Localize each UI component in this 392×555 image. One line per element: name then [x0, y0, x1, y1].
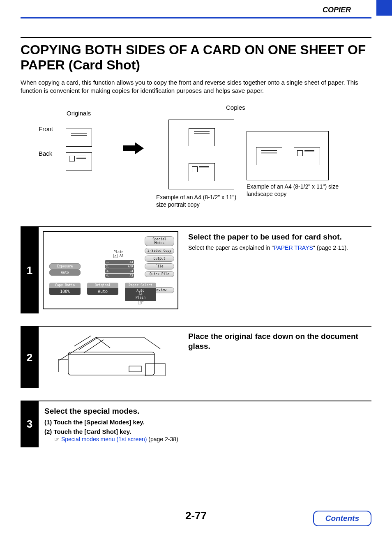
step-2-title: Place the original face down on the docu…: [188, 332, 366, 351]
file-button[interactable]: File: [145, 263, 174, 269]
special-modes-button[interactable]: Special Modes: [145, 236, 174, 246]
portrait-caption: Example of an A4 (8-1/2" x 11") size por…: [156, 193, 247, 208]
step-3-item1: (1) Touch the [Special Modes] key.: [44, 419, 366, 426]
contents-button[interactable]: Contents: [313, 511, 371, 526]
copier-ui-screenshot: Special Modes 2-Sided Copy Output File Q…: [43, 231, 178, 309]
step-2-number: 2: [21, 327, 39, 388]
paper-trays-link[interactable]: PAPER TRAYS: [274, 244, 313, 251]
step-1-text: Select the paper as explained in "PAPER …: [188, 244, 366, 251]
original-control[interactable]: Original Auto: [87, 283, 118, 301]
hand-pointer-icon: ☞: [138, 297, 143, 308]
page-title: COPYING BOTH SIDES OF A CARD ON ONE SHEE…: [21, 42, 371, 73]
step-3-number: 3: [21, 401, 39, 447]
special-modes-menu-link[interactable]: Special modes menu (1st screen): [61, 436, 147, 442]
title-rule: [21, 37, 371, 38]
copies-label: Copies: [226, 104, 245, 111]
top-stripe: [376, 0, 392, 16]
scanner-illustration: [43, 331, 178, 384]
quick-file-button[interactable]: Quick File: [145, 271, 174, 277]
step-1-title: Select the paper to be used for card sho…: [188, 232, 366, 242]
paper-type-indicator: Plain A A4: [113, 250, 124, 258]
tray-list: 1.A4 2.A4R 3.B4 4.A3: [105, 260, 134, 278]
svg-marker-0: [123, 142, 144, 154]
diagram: Originals Front Back Copies Example of a…: [21, 107, 371, 214]
portrait-copy-icon: [168, 120, 234, 189]
step-1-number: 1: [21, 227, 39, 313]
back-label: Back: [39, 150, 52, 157]
landscape-caption: Example of an A4 (8-1/2" x 11") size lan…: [247, 183, 341, 198]
step-3-item2: (2) Touch the [Card Shot] key.: [44, 428, 366, 435]
exposure-control[interactable]: Exposure Auto: [49, 263, 81, 276]
output-button[interactable]: Output: [145, 256, 174, 262]
step-2: 2: [21, 326, 371, 388]
arrow-icon: [123, 142, 144, 154]
landscape-copy-icon: [247, 131, 329, 180]
step-1: 1 Special Modes 2-Sided Copy Output File…: [21, 226, 371, 313]
two-sided-copy-button[interactable]: 2-Sided Copy: [145, 248, 174, 254]
copy-ratio-control[interactable]: Copy Ratio 100%: [49, 283, 81, 301]
back-card-icon: [66, 152, 92, 170]
front-label: Front: [39, 125, 53, 132]
section-header: COPIER: [323, 6, 351, 14]
step-3: 3 Select the special modes. (1) Touch th…: [21, 401, 371, 447]
originals-label: Originals: [67, 110, 91, 117]
step-3-title: Select the special modes.: [44, 406, 366, 416]
intro-text: When copying a card, this function allow…: [21, 78, 371, 95]
step-3-note: ☞ Special modes menu (1st screen) (page …: [54, 436, 366, 442]
front-card-icon: [66, 129, 92, 147]
header-rule: [21, 17, 371, 18]
